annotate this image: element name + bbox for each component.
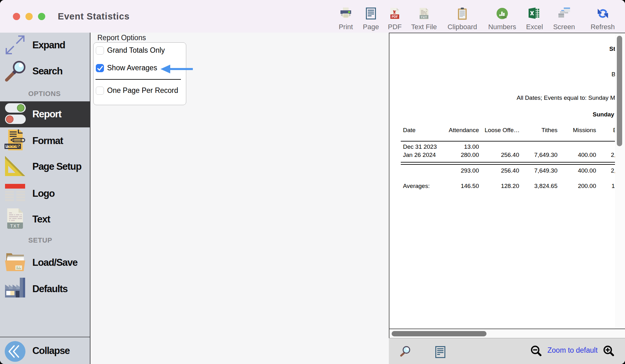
svg-text:TXT: TXT [10,223,20,228]
svg-text:TXT: TXT [421,16,427,19]
svg-text:PDF: PDF [392,15,398,19]
